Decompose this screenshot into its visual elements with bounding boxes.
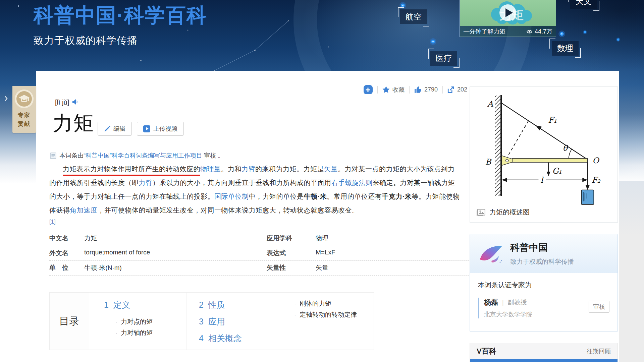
infobox-row: 单 位牛顿·米(N·m) 矢量性矢量 — [49, 261, 473, 276]
site-brand: 科普中国·科学百科 致力于权威的科学传播 — [34, 2, 207, 48]
review-text: 本词条由“科普中国”科学百科词条编写与应用工作项目 审核 。 — [59, 152, 224, 160]
divider: | — [502, 299, 504, 306]
speaker-icon[interactable] — [72, 99, 78, 105]
vbaike-header: V百科 往期回顾 — [470, 343, 618, 359]
link-physical-quantity[interactable]: 物理量 — [200, 165, 221, 173]
red-underline-text: 力矩表示力对物体作用时所产生的转动效应的 — [63, 165, 200, 176]
label-O: O — [592, 156, 600, 165]
vbaike-title: V百科 — [477, 346, 496, 356]
link-lever-arm-2[interactable]: 力臂 — [139, 179, 153, 186]
entry-actions-bar: 收藏 2790 202 — [364, 85, 467, 94]
vbaike-more-link[interactable]: 往期回顾 — [587, 347, 611, 355]
graduation-cap-icon — [18, 94, 30, 104]
plus-icon[interactable] — [364, 85, 373, 94]
video-thumb-art: 力矩 — [460, 0, 556, 26]
toc-item-definition[interactable]: 1定义 — [104, 299, 186, 310]
label-F2: F₂ — [592, 175, 600, 185]
star-icon — [382, 86, 390, 93]
vbaike-banner-strip[interactable] — [470, 359, 618, 362]
thumbs-up-icon — [414, 86, 422, 93]
tag-math-physics[interactable]: 数理 — [552, 41, 579, 56]
kepu-card-titles: 科普中国 致力于权威的科学传播 — [510, 241, 574, 266]
toc-item-properties[interactable]: 2性质 — [199, 299, 284, 310]
infobox-label: 应用学科 — [267, 234, 316, 243]
kepu-card-slogan: 致力于权威的科学传播 — [510, 257, 574, 266]
toc-column-2: 2性质 3应用 4相关概念 — [186, 293, 284, 350]
video-caption: 一分钟了解力矩 — [463, 27, 505, 36]
kepu-card-header: 科普中国 致力于权威的科学传播 — [470, 234, 618, 273]
entry-sidebar: A B O F₁ θ G₁ l F₂ 力矩的概述图 — [470, 86, 618, 362]
tag-astronomy[interactable]: 天文 — [570, 0, 597, 9]
collect-button[interactable]: 收藏 — [382, 86, 405, 94]
entry-summary: 力矩表示力对物体作用时所产生的转动效应的物理量。力和力臂的乘积为力矩。力矩是矢量… — [49, 162, 461, 226]
wall-hatching — [495, 96, 501, 196]
intro-video-card[interactable]: 力矩 一分钟了解力矩 44.7万 — [460, 0, 556, 37]
link-vector[interactable]: 矢量 — [324, 165, 338, 173]
tag-aerospace[interactable]: 航空 — [400, 9, 427, 24]
vbaike-card: V百科 往期回顾 — [470, 343, 618, 362]
infobox-value: M=LxF — [316, 249, 335, 257]
link-angular-acceleration[interactable]: 角加速度 — [70, 206, 98, 214]
expert-name: 杨磊 — [484, 298, 498, 307]
kepu-china-card: 科普中国 致力于权威的科学传播 本词条认证专家为 杨磊 | 副教授 北京大学数学… — [470, 234, 618, 332]
tag-medical[interactable]: 医疗 — [430, 51, 457, 66]
expert-badge-seal — [15, 89, 34, 108]
expert-badge-text: 专家 贡献 — [12, 111, 36, 128]
infobox-label: 矢量性 — [267, 263, 316, 272]
site-logo-title[interactable]: 科普中国·科学百科 — [34, 2, 207, 29]
divider — [409, 86, 410, 94]
image-icon — [477, 208, 486, 217]
review-statement: 本词条由“科普中国”科学百科词条编写与应用工作项目 审核 。 — [50, 152, 224, 160]
page: 科普中国·科学百科 致力于权威的科学传播 航空 医疗 数理 天文 力矩 — [0, 0, 644, 362]
eye-icon — [526, 29, 533, 34]
table-of-contents: 目录 1定义 力对点的矩 力对轴的矩 2性质 3应用 4相关概念 刚体的力矩 定… — [49, 292, 374, 350]
toc-column-3: 刚体的力矩 定轴转动的转动定律 — [284, 293, 374, 350]
video-views: 44.7万 — [526, 27, 552, 36]
toc-item-related-concepts[interactable]: 4相关概念 — [199, 333, 284, 344]
share-button[interactable]: 202 — [447, 86, 467, 93]
toc-subitem-moment-about-axis[interactable]: 力对轴的矩 — [115, 327, 186, 338]
infobox-row: 中文名力矩 应用学科物理 — [49, 231, 473, 246]
edit-button[interactable]: 编辑 — [98, 122, 132, 136]
infobox-row: 外文名torque;moment of force 表达式M=LxF — [49, 246, 473, 261]
overview-figure-card[interactable]: A B O F₁ θ G₁ l F₂ 力矩的概述图 — [470, 86, 618, 223]
link-right-hand-rule[interactable]: 右手螺旋法则 — [331, 179, 373, 186]
expert-heading: 本词条认证专家为 — [478, 281, 609, 290]
divider — [442, 86, 443, 94]
kepu-china-logo — [478, 243, 503, 265]
infobox-label: 中文名 — [49, 234, 84, 243]
review-project-link[interactable]: “科普中国”科学百科词条编写与应用工作项目 — [84, 152, 202, 159]
video-info-bar: 一分钟了解力矩 44.7万 — [460, 26, 556, 37]
like-button[interactable]: 2790 — [414, 86, 438, 93]
infobox-value: 物理 — [316, 234, 328, 243]
review-chip[interactable]: 审核 — [589, 301, 609, 313]
link-lever-arm[interactable]: 力臂 — [241, 165, 255, 173]
label-theta: θ — [563, 143, 569, 153]
toc-subitem-rigid-body-torque[interactable]: 刚体的力矩 — [294, 298, 374, 309]
label-B: B — [485, 157, 492, 167]
upload-video-button[interactable]: 上传视频 — [137, 122, 184, 136]
infobox-value: 矢量 — [316, 263, 328, 272]
entry-title-buttons: 编辑 上传视频 — [98, 122, 184, 136]
entry-infobox: 中文名力矩 应用学科物理 外文名torque;moment of force 表… — [49, 231, 473, 276]
infobox-value: 力矩 — [84, 234, 97, 243]
link-si-units[interactable]: 国际单位制 — [214, 193, 249, 200]
expert-contribution-badge[interactable]: 专家 贡献 — [12, 86, 36, 133]
expert-title: 副教授 — [508, 298, 527, 307]
toc-heading: 目录 — [50, 293, 89, 350]
video-thumbnail[interactable]: 力矩 — [460, 0, 556, 26]
toc-subitem-fixed-axis-rotation-law[interactable]: 定轴转动的转动定律 — [294, 309, 374, 320]
toc-column-1: 1定义 力对点的矩 力对轴的矩 — [89, 293, 186, 350]
figure-caption: 力矩的概述图 — [477, 208, 530, 217]
page-right-gutter — [619, 181, 644, 362]
site-slogan: 致力于权威的科学传播 — [34, 34, 207, 48]
pencil-icon — [104, 126, 110, 132]
reference-1-link[interactable]: [1] — [49, 219, 56, 225]
entry-content-card: 收藏 2790 202 [lì jǔ] — [36, 71, 619, 362]
toc-subitem-moment-about-point[interactable]: 力对点的矩 — [115, 316, 186, 327]
label-A: A — [487, 99, 493, 109]
kepu-card-title: 科普中国 — [510, 241, 574, 254]
toc-item-applications[interactable]: 3应用 — [199, 316, 284, 327]
chevron-right-icon[interactable] — [4, 95, 8, 102]
label-G1: G₁ — [552, 166, 562, 176]
